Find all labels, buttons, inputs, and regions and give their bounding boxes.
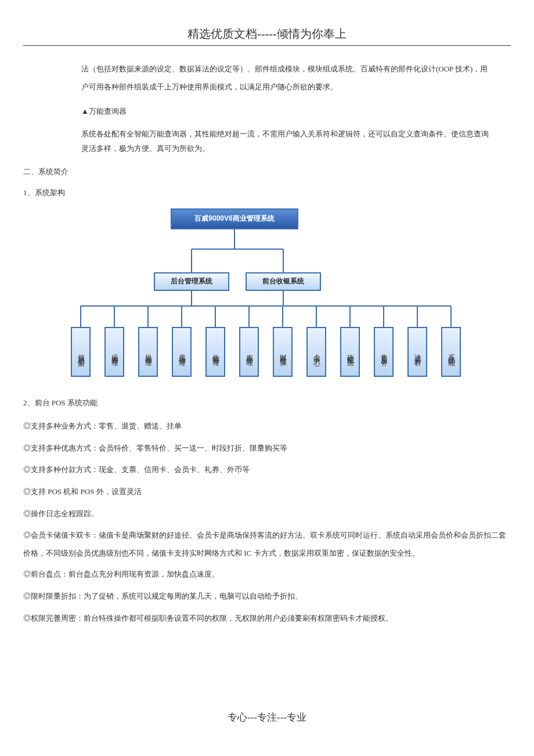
org-leaf-8: 连锁配送 bbox=[340, 327, 360, 377]
pos-feature-7: ◎限时限量折扣：为了促销，系统可以规定每周的某几天，电脑可以自动给予折扣。 bbox=[23, 586, 511, 606]
org-leaf-4: 生鲜管理 bbox=[205, 327, 225, 377]
org-leaf-7: 金卡中心 bbox=[306, 327, 326, 377]
pos-feature-8: ◎权限完善周密：前台特殊操作都可根据职务设置不同的权限，无权限的用户必须要刷有权… bbox=[23, 609, 511, 628]
org-leaf-2: 批发管理 bbox=[138, 327, 158, 377]
feature-heading-query: ▲万能查询器 bbox=[81, 106, 511, 117]
pos-feature-4: ◎操作日志全程跟踪。 bbox=[23, 504, 511, 524]
intro-paragraph-1: 法（包括对数据来源的设定、数据算法的设定等）。部件组成模块，模块组成系统。百威特… bbox=[81, 60, 493, 96]
header-rule bbox=[23, 45, 511, 46]
pos-feature-6: ◎前台盘点：前台盘点充分利用现有资源，加快盘点速度。 bbox=[23, 564, 511, 584]
section-2-1-heading: 1、系统架构 bbox=[23, 188, 511, 198]
pos-feature-5: ◎会员卡储值卡双卡：储值卡是商场聚财的好途径。会员卡是商场保持客流的好方法。双卡… bbox=[23, 526, 511, 562]
page-header-title: 精选优质文档-----倾情为你奉上 bbox=[23, 26, 511, 42]
pos-feature-list: ◎支持多种业务方式：零售、退货、赠送、挂单 ◎支持多种优惠方式：会员特价、零售特… bbox=[23, 416, 511, 628]
page-footer: 专心---专注---专业 bbox=[0, 711, 534, 724]
pos-feature-1: ◎支持多种优惠方式：会员特价、零售特价、买一送一、时段打折、限量购买等 bbox=[23, 438, 511, 458]
pos-feature-0: ◎支持多种业务方式：零售、退货、赠送、挂单 bbox=[23, 416, 511, 436]
org-chart: 百威9000V6商业管理系统 后台管理系统 前台收银系统 信息档案 采购管理 批… bbox=[64, 208, 511, 383]
org-leaf-3: 卖场管理 bbox=[172, 327, 192, 377]
org-node-backend: 后台管理系统 bbox=[154, 272, 229, 291]
org-leaf-6: 财务结算 bbox=[273, 327, 293, 377]
org-root: 百威9000V6商业管理系统 bbox=[171, 208, 298, 229]
pos-feature-3: ◎支持 POS 机和 POS 外，设置灵活 bbox=[23, 482, 511, 502]
org-node-frontend: 前台收银系统 bbox=[246, 272, 321, 291]
org-leaf-1: 采购管理 bbox=[104, 327, 124, 377]
pos-feature-2: ◎支持多种付款方式：现金、支票、信用卡、会员卡、礼券、外币等 bbox=[23, 460, 511, 480]
document-page: 精选优质文档-----倾情为你奉上 法（包括对数据来源的设定、数据算法的设定等）… bbox=[0, 0, 534, 654]
org-leaf-5: 库存管理 bbox=[239, 327, 259, 377]
org-leaf-10: 决策分析 bbox=[407, 327, 427, 377]
org-leaf-0: 信息档案 bbox=[71, 327, 91, 377]
section-2-heading: 二、系统简介 bbox=[23, 167, 511, 177]
feature-body-query: 系统各处配有全智能万能查询器，其性能绝对超一流，不需用户输入关系符和逻辑符，还可… bbox=[81, 127, 493, 156]
org-leaf-11: 系统功能 bbox=[441, 327, 461, 377]
org-leaf-9: 售后服务 bbox=[374, 327, 394, 377]
section-2-2-heading: 2、前台 POS 系统功能 bbox=[23, 398, 511, 408]
